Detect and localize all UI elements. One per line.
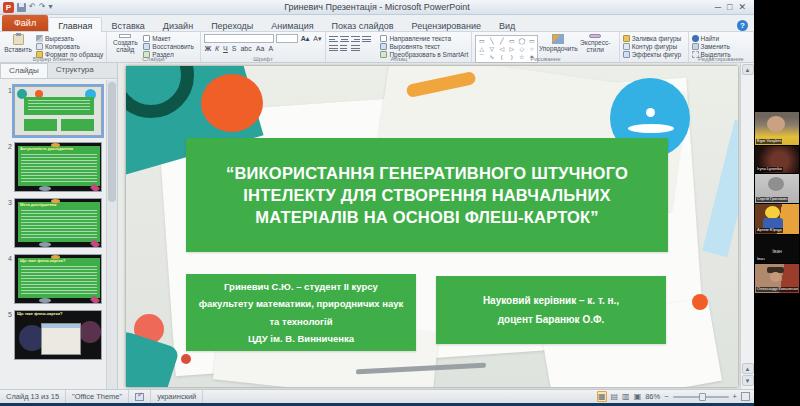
- grow-font-icon[interactable]: А▴: [300, 35, 311, 43]
- numbering-icon[interactable]: [340, 44, 349, 52]
- shape-glyph-8[interactable]: ◁: [497, 45, 506, 53]
- shape-glyph-6[interactable]: △: [477, 45, 486, 53]
- slide-thumbnail-1[interactable]: [14, 86, 102, 136]
- text-direction-icon: [380, 35, 387, 42]
- arrange-button[interactable]: Упорядочить: [541, 34, 575, 53]
- slideshow-icon[interactable]: ▣: [634, 392, 642, 401]
- tab-slides[interactable]: Слайды: [0, 63, 48, 78]
- shape-glyph-10[interactable]: ◇: [517, 45, 526, 53]
- shape-glyph-1[interactable]: ╲: [487, 37, 496, 45]
- font-style-button-3[interactable]: S: [231, 45, 238, 52]
- redo-icon[interactable]: ↷: [39, 2, 46, 12]
- undo-icon[interactable]: ↶: [29, 2, 36, 12]
- slide-number-indicator[interactable]: Слайд 13 из 15: [0, 390, 66, 403]
- participant-tile-p1[interactable]: Egor Vasylets: [755, 112, 799, 145]
- ribbon: Вставить Вырезать Копировать Формат по о…: [0, 32, 754, 63]
- font-style-button-5[interactable]: Аа: [255, 45, 266, 52]
- font-style-button-1[interactable]: К: [214, 45, 220, 52]
- zoom-slider[interactable]: [673, 396, 729, 398]
- shape-fill-button[interactable]: Заливка фигуры: [623, 35, 682, 42]
- language-indicator[interactable]: украинский: [151, 390, 203, 403]
- cut-button[interactable]: Вырезать: [36, 35, 103, 42]
- maximize-button[interactable]: □: [727, 2, 732, 12]
- fit-to-window-icon[interactable]: [741, 392, 750, 401]
- powerpoint-logo-icon[interactable]: P: [3, 2, 14, 13]
- normal-view-icon[interactable]: ▦: [597, 391, 607, 402]
- shape-glyph-3[interactable]: ▭: [507, 37, 516, 45]
- scroll-up-icon[interactable]: ▲: [742, 64, 754, 75]
- shape-glyph-0[interactable]: ▭: [477, 37, 486, 45]
- font-style-button-2[interactable]: Ч: [222, 45, 229, 52]
- align-center-icon[interactable]: [340, 35, 349, 43]
- slide-thumbnail-4[interactable]: Що таке флеш-картки?: [14, 254, 102, 304]
- shape-effects-button[interactable]: Эффекты фигур: [623, 51, 682, 58]
- save-icon[interactable]: [17, 3, 26, 12]
- zoom-slider-thumb[interactable]: [699, 393, 706, 401]
- shape-glyph-4[interactable]: ◯: [517, 37, 526, 45]
- line-spacing-icon[interactable]: [351, 44, 360, 52]
- slide-thumbnail-3[interactable]: Мета дослідження: [14, 198, 102, 248]
- font-style-button-0[interactable]: Ж: [204, 45, 212, 52]
- participant-tile-p4[interactable]: Артем Юрчук: [755, 204, 799, 234]
- shape-glyph-5[interactable]: ▭: [527, 37, 536, 45]
- zoom-in-icon[interactable]: +: [733, 392, 737, 401]
- find-button[interactable]: Найти: [692, 35, 731, 42]
- slide-thumbnail-5[interactable]: Що таке флеш-картки?: [14, 310, 102, 360]
- font-name-box[interactable]: [204, 34, 274, 43]
- zoom-out-icon[interactable]: −: [664, 392, 668, 401]
- next-slide-icon[interactable]: ▼: [742, 375, 754, 386]
- kayaker-icon: [646, 108, 655, 117]
- text-direction-button[interactable]: Направление текста: [380, 35, 468, 42]
- author-box[interactable]: Гриневич С.Ю. – студент II курсу факульт…: [186, 274, 416, 351]
- paste-button[interactable]: Вставить: [3, 34, 33, 53]
- slide-sorter-icon[interactable]: ▤: [611, 392, 619, 401]
- participant-tile-p3[interactable]: Сергій Гриневич: [755, 174, 799, 203]
- main-scrollbar[interactable]: ▲ ▲ ▼: [740, 63, 754, 389]
- shape-glyph-11[interactable]: ○: [527, 45, 536, 53]
- slide-thumbnail-2[interactable]: Актуальність дослідження: [14, 142, 102, 192]
- shape-outline-button[interactable]: Контур фигуры: [623, 43, 682, 50]
- participant-face: [770, 272, 781, 282]
- align-text-button[interactable]: Выровнять текст: [380, 43, 468, 50]
- orange-dot-shape: [692, 294, 708, 310]
- font-size-box[interactable]: [276, 34, 298, 43]
- participant-face: [768, 177, 784, 191]
- new-slide-button[interactable]: Создать слайд: [110, 34, 140, 53]
- quick-styles-icon: [589, 34, 601, 38]
- justify-icon[interactable]: [362, 35, 371, 43]
- font-style-button-6[interactable]: А: [267, 45, 274, 52]
- slide-number: 1: [2, 86, 12, 94]
- font-style-button-4[interactable]: abc: [239, 45, 252, 52]
- tab-outline[interactable]: Структура: [48, 63, 102, 78]
- shape-glyph-7[interactable]: ▽: [487, 45, 496, 53]
- shrink-font-icon[interactable]: А▾: [312, 35, 322, 43]
- zoom-level[interactable]: 86%: [645, 392, 660, 401]
- qat-dropdown-icon[interactable]: ▾: [48, 2, 52, 12]
- shape-glyph-9[interactable]: ▷: [507, 45, 516, 53]
- quick-styles-button[interactable]: Экспресс-стили: [578, 34, 612, 53]
- replace-button[interactable]: Заменить: [692, 43, 731, 50]
- clipboard-group: Вставить Вырезать Копировать Формат по о…: [0, 32, 107, 62]
- shape-glyph-2[interactable]: ╱: [497, 37, 506, 45]
- reading-view-icon[interactable]: ▥: [622, 392, 630, 401]
- slides-pane-scrollbar[interactable]: [106, 80, 117, 389]
- help-icon[interactable]: ?: [737, 20, 748, 31]
- participant-tile-p6[interactable]: Олександр Коваленко: [755, 264, 799, 293]
- file-tab[interactable]: Файл: [2, 15, 48, 31]
- previous-slide-icon[interactable]: ▲: [742, 363, 754, 374]
- participant-tile-p2[interactable]: Iryna Lysenko: [755, 146, 799, 173]
- align-left-icon[interactable]: [329, 35, 338, 43]
- copy-button[interactable]: Копировать: [36, 43, 103, 50]
- layout-button[interactable]: Макет: [143, 35, 194, 42]
- theme-indicator[interactable]: "Office Theme": [66, 390, 129, 403]
- slide-canvas[interactable]: “ВИКОРИСТАННЯ ГЕНЕРАТИВНОГО ШТУЧНОГО ІНТ…: [126, 66, 738, 387]
- participant-tile-p5[interactable]: ІванІван: [755, 235, 799, 263]
- minimize-button[interactable]: ─: [715, 2, 721, 12]
- slide-title-box[interactable]: “ВИКОРИСТАННЯ ГЕНЕРАТИВНОГО ШТУЧНОГО ІНТ…: [186, 138, 668, 252]
- advisor-box[interactable]: Науковий керівник – к. т. н., доцент Бар…: [436, 276, 666, 344]
- align-right-icon[interactable]: [351, 35, 360, 43]
- bullets-icon[interactable]: [329, 44, 338, 52]
- spellcheck-indicator[interactable]: [129, 390, 151, 403]
- close-button[interactable]: ✕: [738, 2, 746, 12]
- reset-button[interactable]: Восстановить: [143, 43, 194, 50]
